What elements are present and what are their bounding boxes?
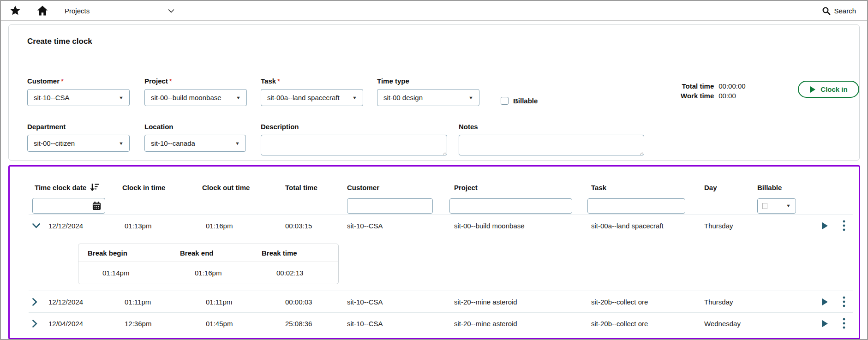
cell-customer: sit-10--CSA [347,298,454,306]
sort-descending-icon[interactable] [90,183,99,192]
customer-select[interactable]: sit-10--CSA ▼ [27,89,130,106]
column-header-task[interactable]: Task [591,184,704,191]
break-row: 01:14pm 01:16pm 00:02:13 [78,262,338,284]
chevron-down-icon [168,9,174,13]
calendar-icon[interactable] [92,201,102,211]
cell-clock-in: 12:36pm [122,320,202,328]
caret-down-icon: ▼ [235,141,240,145]
column-header-date[interactable]: Time clock date [35,183,122,192]
favorite-star-icon[interactable] [9,5,21,17]
time-clock-table-panel: Time clock date Clock in time Clock out … [8,165,860,340]
search-button[interactable]: Search [822,1,856,20]
project-label: Project* [144,77,247,85]
cell-project: sit-20--mine asteroid [454,320,591,328]
break-time-header: Break time [252,249,339,257]
cell-customer: sit-10--CSA [347,320,454,328]
description-label: Description [261,123,447,131]
search-icon [822,6,831,15]
clock-in-label: Clock in [820,85,847,93]
cell-date: 12/04/2024 [48,320,122,328]
empty-checkbox-icon [762,203,767,209]
table-row[interactable]: 12/04/2024 12:36pm 01:45pm 25:08:36 sit-… [29,312,853,334]
break-begin-value: 01:14pm [78,269,171,277]
table-header-row: Time clock date Clock in time Clock out … [29,183,853,192]
expand-row-chevron-right-icon[interactable] [29,298,48,306]
break-end-header: Break end [171,249,252,257]
cell-clock-out: 01:11pm [202,298,285,306]
kebab-menu-icon[interactable] [835,291,853,312]
required-marker: * [277,77,280,85]
column-header-clock-out[interactable]: Clock out time [202,184,285,191]
create-time-clock-card: Create time clock Customer* sit-10--CSA … [8,24,860,161]
table-row[interactable]: 12/12/2024 01:13pm 01:16pm 00:03:15 sit-… [29,215,853,236]
collapse-row-chevron-down-icon[interactable] [29,223,48,228]
department-value: sit-00--citizen [34,139,75,147]
task-filter-input[interactable] [587,198,685,214]
department-select[interactable]: sit-00--citizen ▼ [27,135,130,152]
description-textarea[interactable] [261,135,447,155]
work-time-label: Work time [681,92,714,100]
table-filter-row: ▼ [29,197,853,215]
column-header-project[interactable]: Project [454,184,591,191]
home-icon[interactable] [36,4,49,17]
location-select[interactable]: sit-10--canada ▼ [144,135,246,152]
task-label: Task* [261,77,363,85]
time-type-select[interactable]: sit-00 design ▼ [377,89,479,106]
caret-down-icon: ▼ [236,95,241,100]
play-icon [809,86,816,93]
location-label: Location [144,123,246,131]
task-select[interactable]: sit-00a--land spacecraft ▼ [261,89,363,106]
time-type-label: Time type [377,77,479,85]
table-row[interactable]: 12/12/2024 01:11pm 01:11pm 00:00:03 sit-… [29,291,853,312]
column-header-billable[interactable]: Billable [757,184,853,191]
billable-filter-select[interactable]: ▼ [757,198,796,214]
project-filter-input[interactable] [449,198,572,214]
caret-down-icon: ▼ [352,95,357,100]
expand-row-chevron-right-icon[interactable] [29,320,48,328]
notes-label: Notes [459,123,644,131]
column-header-clock-in[interactable]: Clock in time [122,184,202,191]
card-title: Create time clock [27,37,92,46]
cell-clock-out: 01:45pm [202,320,285,328]
work-time-value: 00:00 [718,92,745,100]
date-filter-input[interactable] [32,198,105,214]
time-type-value: sit-00 design [383,94,423,101]
play-row-button[interactable] [814,215,835,236]
cell-customer: sit-10--CSA [347,222,454,230]
break-subtable: Break begin Break end Break time 01:14pm… [78,244,339,284]
cell-clock-in: 01:13pm [122,222,202,230]
kebab-menu-icon[interactable] [835,313,853,334]
location-value: sit-10--canada [151,139,195,147]
required-marker: * [169,77,172,85]
play-row-button[interactable] [814,313,835,334]
clock-in-button[interactable]: Clock in [798,81,859,98]
task-value: sit-00a--land spacecraft [267,94,340,101]
customer-filter-input[interactable] [347,198,433,214]
cell-date: 12/12/2024 [48,222,122,230]
required-marker: * [61,77,64,85]
break-end-value: 01:16pm [171,269,252,277]
column-header-day[interactable]: Day [704,184,757,191]
project-select[interactable]: sit-00--build moonbase ▼ [144,89,247,106]
column-header-customer[interactable]: Customer [347,184,454,191]
top-bar: Projects Search [1,1,867,21]
caret-down-icon: ▼ [119,95,124,100]
nav-module-label: Projects [65,7,90,15]
notes-textarea[interactable] [459,135,644,155]
column-header-total[interactable]: Total time [285,184,347,191]
cell-day: Thursday [704,298,757,306]
break-time-value: 00:02:13 [252,269,339,277]
caret-down-icon: ▼ [786,203,791,208]
billable-checkbox[interactable] [501,97,509,105]
cell-task: sit-20b--collect ore [591,298,704,306]
nav-module-select[interactable]: Projects [65,1,174,20]
total-time-label: Total time [681,82,714,90]
search-label: Search [834,7,856,15]
cell-project: sit-20--mine asteroid [454,298,591,306]
project-value: sit-00--build moonbase [151,94,221,101]
break-begin-header: Break begin [78,249,171,257]
kebab-menu-icon[interactable] [835,215,853,236]
play-row-button[interactable] [814,291,835,312]
customer-value: sit-10--CSA [34,94,70,101]
break-header-row: Break begin Break end Break time [78,244,338,262]
